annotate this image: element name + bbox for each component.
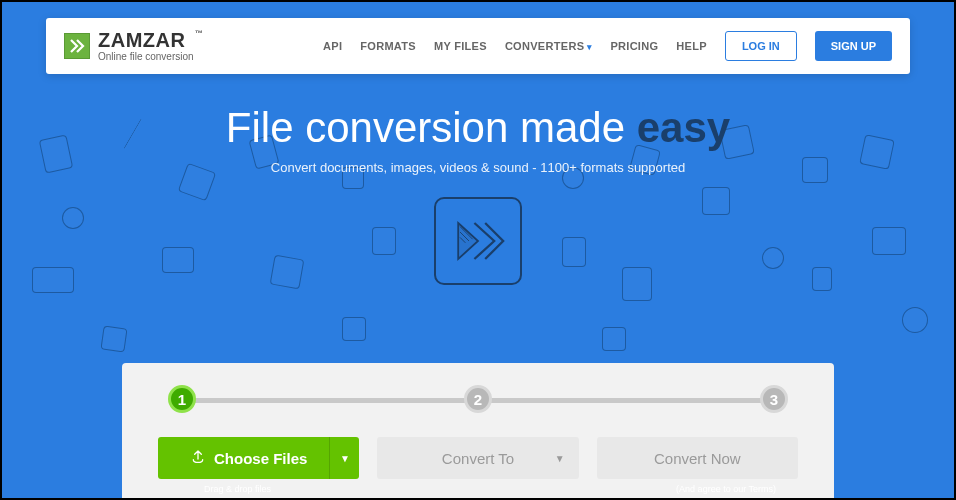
action-row: Choose Files ▼ Convert To ▼ Convert Now — [158, 437, 798, 479]
logo-chevrons-icon — [64, 33, 90, 59]
step-indicator: 1 2 3 — [168, 385, 788, 413]
hero-subtitle: Convert documents, images, videos & soun… — [2, 160, 954, 175]
nav-api[interactable]: API — [323, 40, 342, 52]
choose-files-dropdown-icon[interactable]: ▼ — [329, 437, 359, 479]
chevron-down-icon: ▼ — [555, 453, 565, 464]
nav-converters[interactable]: CONVERTERS — [505, 40, 593, 52]
hero-title-pre: File conversion made — [226, 104, 637, 151]
main-nav: API FORMATS MY FILES CONVERTERS PRICING … — [323, 31, 892, 61]
hero-title-emph: easy — [637, 104, 730, 151]
brand-name: ZAMZAR — [98, 30, 194, 50]
header-bar: ZAMZAR Online file conversion API FORMAT… — [46, 18, 910, 74]
upload-icon — [190, 449, 206, 468]
hint-bar: Drag & drop files (And agree to our Term… — [122, 484, 834, 498]
brand-tagline: Online file conversion — [98, 52, 194, 62]
signup-button[interactable]: SIGN UP — [815, 31, 892, 61]
nav-pricing[interactable]: PRICING — [610, 40, 658, 52]
hero-title: File conversion made easy — [2, 104, 954, 152]
convert-now-button[interactable]: Convert Now — [597, 437, 798, 479]
nav-myfiles[interactable]: MY FILES — [434, 40, 487, 52]
convert-now-label: Convert Now — [654, 450, 741, 467]
drag-drop-hint: Drag & drop files — [204, 484, 271, 498]
convert-to-label: Convert To — [442, 450, 514, 467]
step-3: 3 — [760, 385, 788, 413]
conversion-panel: 1 2 3 Choose Files ▼ Convert To ▼ Conver… — [122, 363, 834, 498]
choose-files-label: Choose Files — [214, 450, 307, 467]
choose-files-button[interactable]: Choose Files ▼ — [158, 437, 359, 479]
hero-chevrons-icon — [434, 197, 522, 285]
step-2: 2 — [464, 385, 492, 413]
nav-formats[interactable]: FORMATS — [360, 40, 416, 52]
nav-help[interactable]: HELP — [676, 40, 707, 52]
terms-hint: (And agree to our Terms) — [676, 484, 776, 498]
logo[interactable]: ZAMZAR Online file conversion — [64, 30, 194, 62]
hero: File conversion made easy Convert docume… — [2, 104, 954, 175]
login-button[interactable]: LOG IN — [725, 31, 797, 61]
step-1: 1 — [168, 385, 196, 413]
convert-to-button[interactable]: Convert To ▼ — [377, 437, 578, 479]
